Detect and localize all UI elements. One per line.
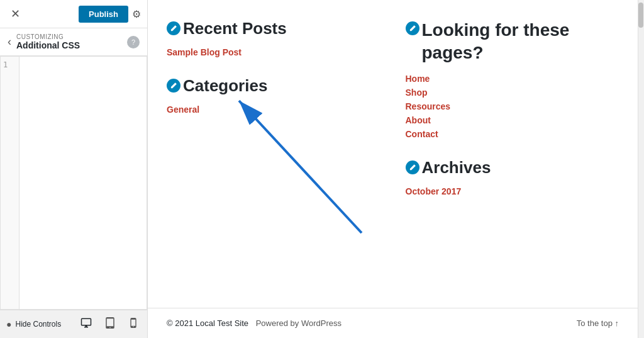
category-link-1[interactable]: General: [167, 104, 380, 115]
nav-link-shop[interactable]: Shop: [406, 87, 619, 98]
nav-link-resources[interactable]: Resources: [406, 101, 619, 111]
looking-pages-widget: Looking for these pages? Home Shop Resou…: [406, 19, 619, 139]
line-number-1: 1: [3, 60, 8, 69]
publish-area: Publish ⚙: [79, 6, 141, 23]
css-editor: 1: [0, 56, 147, 310]
publish-button[interactable]: Publish: [79, 6, 128, 23]
recent-posts-edit-pencil[interactable]: [167, 21, 180, 35]
css-textarea[interactable]: [19, 57, 147, 309]
top-bar: ✕ Publish ⚙: [0, 0, 147, 28]
preview-area: Recent Posts Sample Blog Post Categories…: [148, 0, 638, 338]
desktop-view-button[interactable]: [78, 315, 94, 334]
mobile-view-button[interactable]: [126, 315, 141, 334]
looking-pages-edit-pencil[interactable]: [406, 21, 419, 35]
nav-link-home[interactable]: Home: [406, 74, 619, 84]
preview-content: Recent Posts Sample Blog Post Categories…: [148, 0, 638, 308]
settings-button[interactable]: ⚙: [132, 8, 141, 20]
recent-posts-widget: Recent Posts Sample Blog Post: [167, 19, 380, 57]
archive-link-oct2017[interactable]: October 2017: [406, 186, 619, 196]
tablet-view-button[interactable]: [102, 315, 118, 334]
gear-icon: ⚙: [132, 9, 141, 20]
nav-links-list: Home Shop Resources About Contact: [406, 74, 619, 139]
customizing-label: Customizing: [16, 33, 127, 40]
pencil-icon: [170, 25, 177, 32]
categories-edit-pencil[interactable]: [167, 79, 180, 93]
widgets-row: Recent Posts Sample Blog Post Categories…: [167, 19, 619, 215]
footer-copyright: © 2021 Local Test Site: [167, 318, 248, 328]
nav-link-contact[interactable]: Contact: [406, 129, 619, 139]
categories-widget: Categories General: [167, 76, 380, 115]
mobile-icon: [128, 317, 138, 329]
hide-controls-button[interactable]: ● Hide Controls: [6, 319, 61, 329]
footer-bar: © 2021 Local Test Site Powered by WordPr…: [148, 308, 638, 338]
recent-post-link-1[interactable]: Sample Blog Post: [167, 47, 380, 57]
footer-powered-by: Powered by WordPress: [256, 318, 341, 328]
archives-edit-pencil[interactable]: [406, 161, 419, 174]
looking-pages-title: Looking for these pages?: [422, 19, 619, 65]
back-button[interactable]: ‹: [8, 35, 11, 48]
scrollbar-thumb[interactable]: [638, 3, 643, 28]
pencil-icon: [409, 164, 416, 171]
footer-left: © 2021 Local Test Site Powered by WordPr…: [167, 318, 341, 328]
help-button[interactable]: ?: [127, 36, 140, 48]
tablet-icon: [104, 317, 116, 329]
customizing-title: Additional CSS: [16, 40, 127, 50]
customizing-bar: ‹ Customizing Additional CSS ?: [0, 28, 147, 56]
to-top-link[interactable]: To the top ↑: [577, 318, 619, 328]
right-widget-col: Looking for these pages? Home Shop Resou…: [406, 19, 619, 215]
hide-controls-icon: ●: [6, 319, 11, 329]
pencil-icon: [170, 82, 177, 89]
hide-controls-label: Hide Controls: [15, 320, 61, 329]
bottom-bar: ● Hide Controls: [0, 310, 147, 338]
categories-title: Categories: [183, 76, 267, 96]
looking-pages-title-wrapper: Looking for these pages?: [406, 19, 619, 65]
customizing-info: Customizing Additional CSS: [16, 33, 127, 50]
pencil-icon: [409, 25, 416, 32]
left-panel: ✕ Publish ⚙ ‹ Customizing Additional CSS…: [0, 0, 148, 338]
archives-widget: Archives October 2017: [406, 158, 619, 196]
categories-title-wrapper: Categories: [167, 76, 380, 96]
close-icon: ✕: [11, 7, 20, 21]
left-widget-col: Recent Posts Sample Blog Post Categories…: [167, 19, 380, 215]
recent-posts-title: Recent Posts: [183, 19, 287, 38]
recent-posts-title-wrapper: Recent Posts: [167, 19, 380, 38]
desktop-icon: [80, 317, 92, 329]
right-scrollbar[interactable]: [638, 0, 644, 338]
close-button[interactable]: ✕: [6, 5, 24, 23]
nav-link-about[interactable]: About: [406, 115, 619, 125]
line-numbers: 1: [1, 57, 19, 309]
archives-title: Archives: [422, 158, 491, 177]
archives-title-wrapper: Archives: [406, 158, 619, 177]
